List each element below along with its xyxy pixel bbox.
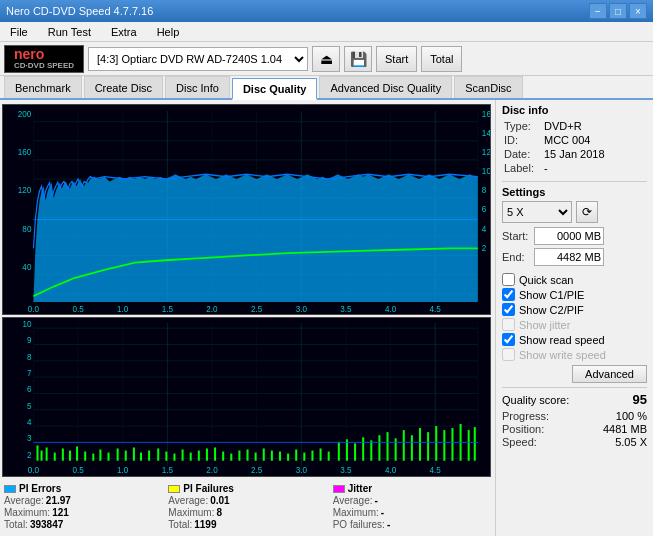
svg-text:1.5: 1.5 xyxy=(162,303,173,314)
restore-button[interactable]: □ xyxy=(609,3,627,19)
position-label: Position: xyxy=(502,423,574,435)
disc-type-row: Type: DVD+R xyxy=(502,119,647,133)
position-value: 4481 MB xyxy=(578,423,647,435)
svg-rect-105 xyxy=(173,454,175,461)
svg-rect-118 xyxy=(279,452,281,461)
tab-disc-info[interactable]: Disc Info xyxy=(165,76,230,98)
show-write-speed-row: Show write speed xyxy=(502,348,647,361)
disc-id-label: ID: xyxy=(502,133,542,147)
svg-text:9: 9 xyxy=(27,336,32,345)
minimize-button[interactable]: − xyxy=(589,3,607,19)
tab-scan-disc[interactable]: ScanDisc xyxy=(454,76,522,98)
jitter-po-failures: PO failures: - xyxy=(333,519,489,530)
legend-jitter: Jitter Average: - Maximum: - PO failures… xyxy=(333,483,489,530)
show-c1-pie-checkbox[interactable] xyxy=(502,288,515,301)
speed-select[interactable]: 5 X 1 X 2 X 4 X 8 X Max xyxy=(502,201,572,223)
end-mb-input[interactable] xyxy=(534,248,604,266)
jitter-po-failures-value: - xyxy=(387,519,390,530)
svg-text:3.5: 3.5 xyxy=(340,466,352,475)
svg-text:6: 6 xyxy=(482,204,487,215)
lower-chart: 10 9 8 7 6 5 4 3 2 0.0 0.5 1.0 1.5 2.0 2… xyxy=(2,317,491,477)
show-c2-pif-label: Show C2/PIF xyxy=(519,304,584,316)
svg-text:1.0: 1.0 xyxy=(117,466,129,475)
svg-text:4.0: 4.0 xyxy=(385,303,396,314)
svg-rect-93 xyxy=(76,446,78,460)
pi-failures-label: PI Failures xyxy=(183,483,234,494)
legend-pi-errors-title: PI Errors xyxy=(4,483,160,494)
menu-help[interactable]: Help xyxy=(151,24,186,40)
pi-failures-total: Total: 1199 xyxy=(168,519,324,530)
legend-pi-failures-title: PI Failures xyxy=(168,483,324,494)
svg-text:7: 7 xyxy=(27,369,32,378)
svg-text:4: 4 xyxy=(482,223,487,234)
refresh-button[interactable]: ⟳ xyxy=(576,201,598,223)
svg-text:4: 4 xyxy=(27,418,32,427)
save-icon-button[interactable]: 💾 xyxy=(344,46,372,72)
pi-failures-max: Maximum: 8 xyxy=(168,507,324,518)
svg-text:3.0: 3.0 xyxy=(296,303,307,314)
svg-rect-102 xyxy=(148,451,150,461)
svg-rect-127 xyxy=(354,443,356,460)
eject-icon-button[interactable]: ⏏ xyxy=(312,46,340,72)
svg-text:4.5: 4.5 xyxy=(430,466,442,475)
tab-benchmark[interactable]: Benchmark xyxy=(4,76,82,98)
title-bar: Nero CD-DVD Speed 4.7.7.16 − □ × xyxy=(0,0,653,22)
svg-text:3.5: 3.5 xyxy=(340,303,351,314)
pi-errors-label: PI Errors xyxy=(19,483,61,494)
svg-rect-91 xyxy=(62,448,64,460)
tab-bar: Benchmark Create Disc Disc Info Disc Qua… xyxy=(0,76,653,100)
tab-create-disc[interactable]: Create Disc xyxy=(84,76,163,98)
svg-text:0.0: 0.0 xyxy=(28,303,39,314)
tab-advanced-disc-quality[interactable]: Advanced Disc Quality xyxy=(319,76,452,98)
svg-rect-131 xyxy=(387,432,389,461)
disc-info-table: Type: DVD+R ID: MCC 004 Date: 15 Jan 201… xyxy=(502,119,647,175)
show-c2-pif-checkbox[interactable] xyxy=(502,303,515,316)
end-mb-label: End: xyxy=(502,251,534,263)
jitter-label: Jitter xyxy=(348,483,372,494)
tab-disc-quality[interactable]: Disc Quality xyxy=(232,78,318,100)
svg-rect-98 xyxy=(117,448,119,460)
svg-rect-89 xyxy=(46,447,48,460)
svg-text:8: 8 xyxy=(27,353,32,362)
svg-rect-138 xyxy=(443,430,445,461)
svg-rect-115 xyxy=(255,453,257,461)
start-mb-row: Start: xyxy=(502,227,647,245)
start-mb-input[interactable] xyxy=(534,227,604,245)
pi-failures-avg-label: Average: xyxy=(168,495,208,506)
svg-rect-128 xyxy=(362,437,364,460)
menu-run-test[interactable]: Run Test xyxy=(42,24,97,40)
svg-rect-92 xyxy=(69,451,71,461)
pi-errors-max-label: Maximum: xyxy=(4,507,50,518)
svg-rect-90 xyxy=(54,453,56,461)
pi-failures-avg: Average: 0.01 xyxy=(168,495,324,506)
svg-text:1.5: 1.5 xyxy=(162,466,174,475)
pi-errors-max-value: 121 xyxy=(52,507,69,518)
svg-rect-130 xyxy=(378,435,380,460)
jitter-avg-label: Average: xyxy=(333,495,373,506)
pi-failures-total-value: 1199 xyxy=(194,519,216,530)
close-button[interactable]: × xyxy=(629,3,647,19)
disc-id-row: ID: MCC 004 xyxy=(502,133,647,147)
quick-scan-checkbox[interactable] xyxy=(502,273,515,286)
disc-type-value: DVD+R xyxy=(542,119,647,133)
quality-score-value: 95 xyxy=(633,392,647,407)
start-button[interactable]: Start xyxy=(376,46,417,72)
show-write-speed-label: Show write speed xyxy=(519,349,606,361)
upper-chart-svg: 200 160 120 80 40 16 14 12 10 8 6 4 2 0.… xyxy=(3,105,490,314)
drive-select[interactable]: [4:3] Optiarc DVD RW AD-7240S 1.04 xyxy=(88,47,308,71)
svg-rect-129 xyxy=(370,440,372,460)
progress-grid: Progress: 100 % Position: 4481 MB Speed:… xyxy=(502,410,647,448)
svg-rect-121 xyxy=(303,453,305,461)
menu-extra[interactable]: Extra xyxy=(105,24,143,40)
svg-rect-99 xyxy=(125,451,127,461)
svg-text:160: 160 xyxy=(18,147,32,158)
pi-errors-avg-value: 21.97 xyxy=(46,495,71,506)
svg-text:14: 14 xyxy=(482,127,490,138)
disc-date-row: Date: 15 Jan 2018 xyxy=(502,147,647,161)
total-button[interactable]: Total xyxy=(421,46,462,72)
advanced-button[interactable]: Advanced xyxy=(572,365,647,383)
show-read-speed-checkbox[interactable] xyxy=(502,333,515,346)
menu-file[interactable]: File xyxy=(4,24,34,40)
show-c2-pif-row: Show C2/PIF xyxy=(502,303,647,316)
speed-label: Speed: xyxy=(502,436,574,448)
